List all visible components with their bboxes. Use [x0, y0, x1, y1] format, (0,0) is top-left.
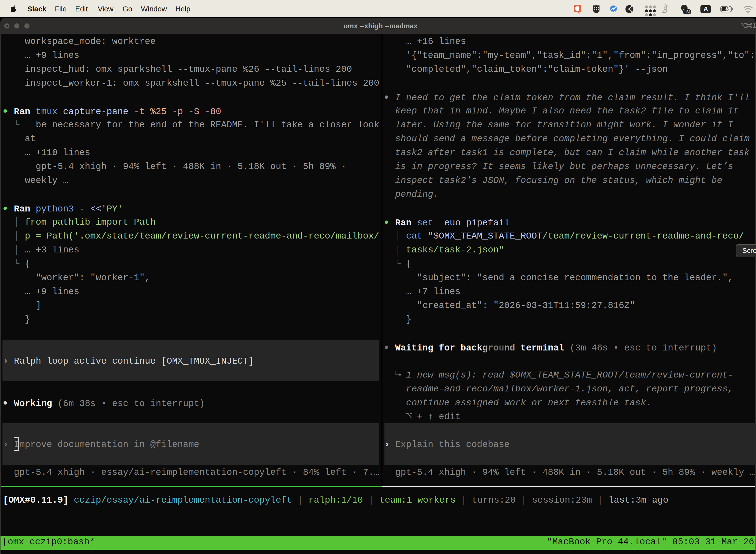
svg-text:..61: ..61	[684, 10, 691, 14]
